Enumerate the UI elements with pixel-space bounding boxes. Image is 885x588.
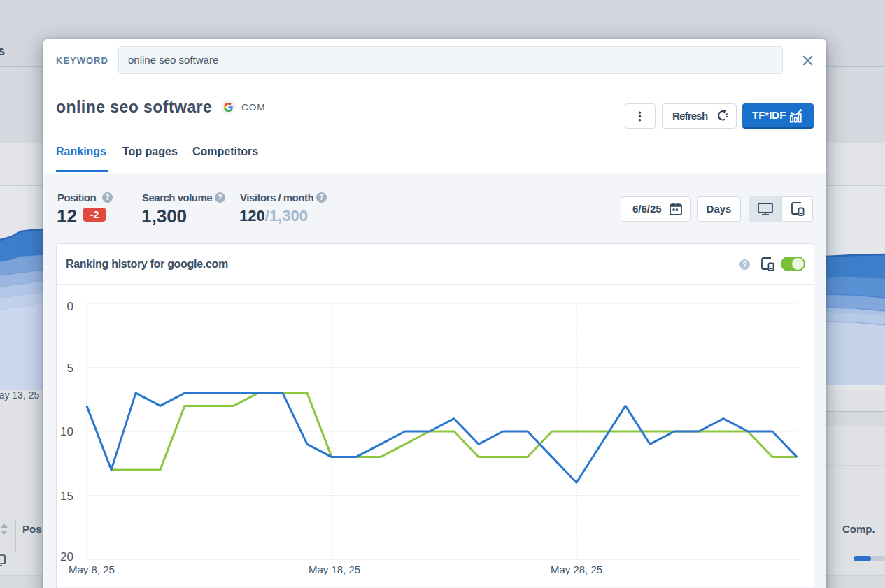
svg-text:May 8, 25: May 8, 25	[69, 564, 115, 575]
svg-text:15: 15	[60, 489, 73, 503]
svg-text:5: 5	[67, 361, 73, 375]
svg-text:20: 20	[60, 550, 73, 564]
svg-text:10: 10	[60, 425, 73, 438]
svg-text:May 18, 25: May 18, 25	[309, 564, 360, 575]
svg-text:May 28, 25: May 28, 25	[551, 564, 602, 575]
svg-text:0: 0	[67, 300, 73, 313]
